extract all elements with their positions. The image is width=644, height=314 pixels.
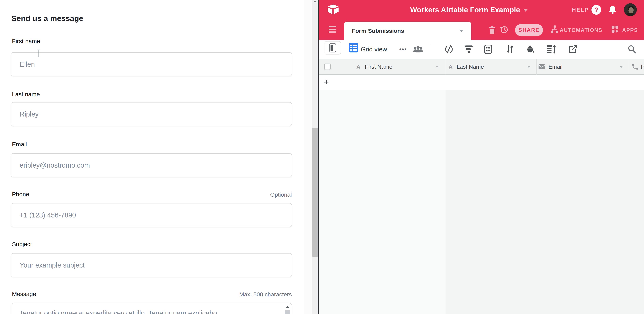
trash-icon[interactable] <box>488 26 496 34</box>
select-all-checkbox[interactable] <box>324 64 331 70</box>
message-label: Message <box>12 290 36 297</box>
phone-optional-hint: Optional <box>270 191 292 198</box>
message-scrollbar-thumb[interactable] <box>285 310 290 314</box>
row-height-icon[interactable] <box>546 45 556 54</box>
search-icon[interactable] <box>628 45 636 54</box>
tables-menu-icon[interactable] <box>329 26 336 34</box>
grid-body <box>319 90 644 314</box>
email-field-type-icon <box>538 64 545 69</box>
automations-button[interactable]: AUTOMATIONS <box>560 27 602 33</box>
help-link[interactable]: HELP <box>572 7 589 13</box>
sidebar-toggle-icon <box>329 43 336 53</box>
table-tab-label: Form Submissions <box>352 22 404 40</box>
screenshot-root: Send us a message First name Last name E… <box>0 0 644 314</box>
message-max-hint: Max. 500 characters <box>239 291 292 298</box>
first-name-input[interactable] <box>11 52 292 76</box>
base-title-button[interactable]: Workers Airtable Form Example <box>410 0 528 20</box>
email-input[interactable] <box>11 153 292 177</box>
user-avatar[interactable] <box>624 3 637 16</box>
view-sidebar-toggle-button[interactable] <box>324 41 341 55</box>
column-menu-caret-icon[interactable] <box>436 66 438 68</box>
apps-button[interactable]: APPS <box>622 27 638 33</box>
filter-icon[interactable] <box>464 45 473 54</box>
toolbar-divider <box>430 44 430 54</box>
column-menu-caret-icon[interactable] <box>527 66 530 68</box>
hide-fields-icon[interactable] <box>444 45 454 54</box>
base-title: Workers Airtable Form Example <box>410 6 520 14</box>
column-separator <box>629 59 629 75</box>
help-question-icon[interactable]: ? <box>592 5 601 15</box>
history-icon[interactable] <box>500 25 508 34</box>
message-placeholder-text: Tenetur optio quaerat expedita vero et i… <box>20 309 217 314</box>
notifications-bell-icon[interactable] <box>608 6 617 14</box>
column-header-phone-clipped[interactable]: P <box>641 59 644 75</box>
last-name-label: Last name <box>12 91 40 98</box>
grid-add-row: + <box>319 75 644 90</box>
tab-form-submissions[interactable]: Form Submissions <box>344 22 471 40</box>
contact-form-window: Send us a message First name Last name E… <box>0 0 304 314</box>
automations-icon[interactable] <box>550 26 559 33</box>
form-heading: Send us a message <box>12 14 83 23</box>
form-window-gutter <box>304 0 312 314</box>
column-separator <box>536 59 537 75</box>
subject-label: Subject <box>12 241 32 247</box>
collaborators-icon[interactable] <box>413 45 423 54</box>
phone-input[interactable] <box>11 203 292 227</box>
text-cursor-icon <box>37 50 40 57</box>
form-window-scrollbar-thumb[interactable] <box>312 128 318 257</box>
email-label: Email <box>12 141 27 148</box>
view-name-button[interactable]: Grid view <box>361 40 387 59</box>
table-tab-caret-icon[interactable] <box>459 30 463 32</box>
last-name-input[interactable] <box>11 102 292 126</box>
view-more-button[interactable]: ••• <box>399 40 407 59</box>
apps-icon[interactable] <box>611 26 620 33</box>
add-record-button[interactable]: + <box>324 75 329 90</box>
column-header-first-name[interactable]: First Name <box>365 59 392 75</box>
grid-body-first-column-area <box>319 90 445 314</box>
subject-input[interactable] <box>11 253 292 277</box>
airtable-logo-icon[interactable] <box>327 4 339 15</box>
first-name-label: First name <box>12 38 40 45</box>
color-icon[interactable] <box>526 45 535 54</box>
column-separator <box>445 59 445 75</box>
phone-field-type-icon <box>631 63 639 71</box>
column-separator <box>445 75 445 90</box>
share-view-icon[interactable] <box>568 45 577 54</box>
column-header-last-name[interactable]: Last Name <box>457 59 484 75</box>
grid-view-icon[interactable] <box>349 43 358 53</box>
text-field-type-icon: A <box>448 59 453 75</box>
view-toolbar: Grid view ••• <box>319 40 644 59</box>
share-button[interactable]: SHARE <box>515 24 543 36</box>
sort-icon[interactable] <box>506 45 514 54</box>
group-icon[interactable] <box>484 45 492 54</box>
base-title-caret-icon <box>524 9 528 12</box>
airtable-window: Workers Airtable Form Example HELP ? <box>319 0 644 314</box>
message-scroll-up-icon[interactable] <box>285 306 290 308</box>
airtable-table-bar: Form Submissions SHARE <box>319 20 644 40</box>
grid-column-header-row: A First Name A Last Name Email P <box>319 59 644 75</box>
column-menu-caret-icon[interactable] <box>620 66 623 68</box>
column-header-email[interactable]: Email <box>548 59 562 75</box>
grid-body-background <box>445 90 644 314</box>
phone-label: Phone <box>12 191 29 198</box>
form-window-scroll-up-icon[interactable] <box>313 0 317 3</box>
airtable-top-bar: Workers Airtable Form Example HELP ? <box>319 0 644 20</box>
text-field-type-icon: A <box>356 59 360 75</box>
